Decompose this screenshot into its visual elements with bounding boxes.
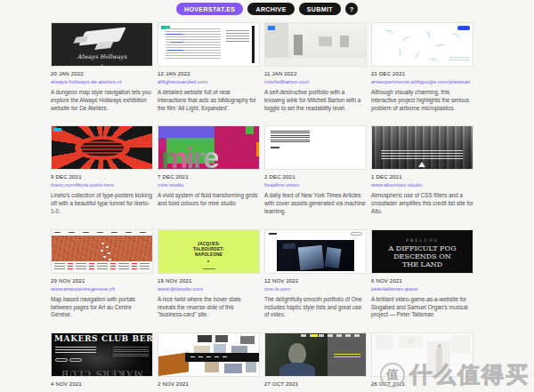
card-url-link[interactable]: petertalisman.quest bbox=[371, 286, 473, 292]
card-description: Although visually charming, this interac… bbox=[371, 89, 473, 112]
thumbnail-title: mire bbox=[161, 140, 218, 170]
card-description: A nice twist where the hover state revea… bbox=[158, 296, 260, 319]
navbar-text-lines bbox=[301, 334, 361, 337]
article-text-lines bbox=[271, 147, 279, 148]
site-thumbnail-makers-club-berlin[interactable]: MAKERS CLUB BERLIN MAKERS CLUB bbox=[51, 332, 153, 377]
microplastic-particle-graphic bbox=[449, 32, 460, 42]
hoverstates-gallery-page: HOVERSTAT.ES ARCHIVE SUBMIT ? Always Hol… bbox=[0, 0, 534, 392]
site-thumbnail-photo-collage[interactable] bbox=[158, 332, 260, 377]
microplastic-particle-graphic bbox=[394, 48, 402, 58]
thumbnail-title: JACQUES- TALBOURDET- NAPOLEONE bbox=[158, 242, 259, 259]
card-date: 2 DEC 2021 bbox=[264, 174, 367, 180]
site-thumbnail-mitchellbarton[interactable] bbox=[264, 22, 367, 67]
site-thumbnail-always-hollways[interactable]: Always Hollways ⌄ bbox=[51, 22, 153, 67]
card-url-link[interactable]: artsexperiments.withgoogle.com/plasticai… bbox=[371, 79, 473, 85]
card-url-link[interactable]: mire.studio bbox=[158, 182, 260, 188]
microplastic-particle-graphic bbox=[428, 58, 438, 66]
card-date: 29 NOV 2021 bbox=[51, 278, 153, 284]
nav-submit-button[interactable]: SUBMIT bbox=[299, 3, 341, 15]
site-thumbnail-alto[interactable] bbox=[371, 125, 473, 170]
site-thumbnail-plasticair[interactable] bbox=[371, 22, 473, 67]
photo-graphic bbox=[246, 360, 256, 372]
microplastic-particle-graphic bbox=[435, 44, 445, 52]
card-date: 2 NOV 2021 bbox=[158, 381, 260, 388]
site-thumbnail-one-is[interactable] bbox=[264, 229, 367, 274]
footer-text-lines bbox=[54, 268, 150, 269]
photo-graphic bbox=[240, 336, 255, 344]
card-url-link[interactable]: www.altomusic.studio bbox=[371, 182, 473, 188]
card-grid: Always Hollways ⌄ 20 JAN 2022 always-hol… bbox=[51, 22, 473, 388]
card-url-link[interactable]: lineto.com/#one-point-zero bbox=[51, 182, 153, 188]
gallery-card: JACQUES- TALBOURDET- NAPOLEONE 19 NOV 20… bbox=[158, 229, 260, 319]
yellow-text-lines bbox=[334, 354, 360, 358]
black-bar-graphic bbox=[185, 353, 259, 362]
site-logo-graphic bbox=[269, 233, 277, 235]
dungeon-map-graphic bbox=[94, 41, 114, 50]
site-thumbnail-alllightexpanded[interactable] bbox=[158, 22, 260, 67]
bar-text-line bbox=[190, 356, 230, 357]
card-url-link[interactable]: always-hollways.de-ateliers.nl bbox=[51, 79, 153, 85]
nav-archive-button[interactable]: ARCHIVE bbox=[247, 3, 294, 15]
outline-button-graphic bbox=[69, 358, 82, 362]
card-date: 7 DEC 2021 bbox=[158, 174, 260, 180]
triangle-marker-graphic bbox=[418, 162, 425, 167]
card-url-link[interactable]: one-is.com bbox=[264, 286, 367, 292]
gallery-card: 12 JAN 2022 alllightexpanded.com A detai… bbox=[158, 22, 260, 112]
gallery-card: mire 7 DEC 2021 mire.studio A vivid syst… bbox=[158, 125, 260, 215]
card-url-link[interactable]: headline.vision bbox=[264, 182, 367, 188]
header: HOVERSTAT.ES ARCHIVE SUBMIT ? bbox=[0, 3, 534, 15]
card-description: A vivid system of fluid transforming gri… bbox=[158, 192, 260, 208]
person-shoulders-graphic bbox=[279, 363, 315, 377]
card-date: 9 DEC 2021 bbox=[51, 174, 153, 180]
paragraph-text-lines bbox=[113, 347, 149, 358]
artwork-graphic bbox=[340, 36, 349, 47]
site-thumbnail-artaucentre[interactable] bbox=[51, 229, 153, 274]
card-description: The delightfully smooth portfolio of One… bbox=[264, 296, 367, 319]
microplastic-particle-graphic bbox=[401, 36, 412, 45]
brand-button[interactable]: HOVERSTAT.ES bbox=[176, 3, 243, 15]
help-button[interactable]: ? bbox=[345, 3, 358, 15]
side-note-text-lines bbox=[226, 30, 249, 43]
card-date: 11 JAN 2022 bbox=[264, 71, 367, 77]
card-url-link[interactable]: alllightexpanded.com bbox=[158, 79, 260, 85]
gallery-card: 1 DEC 2021 www.altomusic.studio Atmosphe… bbox=[371, 125, 473, 215]
card-url-link[interactable]: www.ljbtstudio.com bbox=[158, 286, 260, 292]
footer-text-line bbox=[203, 268, 215, 269]
article-text-lines bbox=[271, 131, 310, 143]
site-thumbnail-petertalisman[interactable]: PRELUDE A DIFFICULT FOG DESCENDS ON THE … bbox=[371, 229, 473, 274]
map-dot-graphic bbox=[101, 243, 104, 245]
card-date: 19 NOV 2021 bbox=[158, 278, 260, 284]
orange-floor-graphic bbox=[158, 352, 189, 376]
card-date: 4 NOV 2021 bbox=[51, 381, 153, 388]
card-date: 6 NOV 2021 bbox=[371, 278, 473, 284]
site-thumbnail-lineto[interactable] bbox=[51, 125, 153, 170]
microplastic-particle-graphic bbox=[414, 51, 424, 61]
card-url-link[interactable]: mitchellbarton.com bbox=[264, 79, 367, 85]
gallery-card: 27 OCT 2021 bbox=[264, 332, 367, 388]
card-date: 12 JAN 2022 bbox=[158, 71, 260, 77]
doorway-graphic bbox=[294, 35, 303, 55]
site-thumbnail-portrait-interview[interactable] bbox=[264, 332, 367, 377]
thumbnail-title: MAKERS CLUB BERLIN bbox=[54, 334, 150, 343]
link-line-graphic bbox=[167, 50, 183, 51]
gallery-card: 12 NOV 2021 one-is.com The delightfully … bbox=[264, 229, 367, 319]
photo-graphic bbox=[215, 335, 228, 342]
site-thumbnail-mire[interactable]: mire bbox=[158, 125, 260, 170]
blue-logo-graphic bbox=[268, 26, 275, 30]
card-date: 27 OCT 2021 bbox=[264, 381, 367, 388]
blue-button-graphic bbox=[457, 26, 470, 30]
smzdm-watermark: 值 什么值得买 bbox=[380, 360, 530, 389]
vertical-rule-graphic bbox=[252, 26, 255, 63]
screen-graphic bbox=[325, 247, 342, 268]
watermark-badge-icon: 值 bbox=[380, 363, 405, 388]
map-dot-graphic bbox=[108, 252, 110, 255]
gallery-card: 21 DEC 2021 artsexperiments.withgoogle.c… bbox=[371, 22, 473, 112]
card-date: 20 JAN 2022 bbox=[51, 71, 153, 77]
site-thumbnail-ljbtstudio[interactable]: JACQUES- TALBOURDET- NAPOLEONE bbox=[158, 229, 260, 274]
site-thumbnail-headline-vision[interactable] bbox=[264, 125, 367, 170]
card-url-link[interactable]: www.artaucentregeneve.ch bbox=[51, 286, 153, 292]
gallery-card: PRELUDE A DIFFICULT FOG DESCENDS ON THE … bbox=[371, 229, 473, 319]
card-description: A detailed website full of neat interact… bbox=[158, 89, 260, 112]
screen-graphic bbox=[298, 244, 325, 270]
link-line-graphic bbox=[171, 42, 183, 43]
